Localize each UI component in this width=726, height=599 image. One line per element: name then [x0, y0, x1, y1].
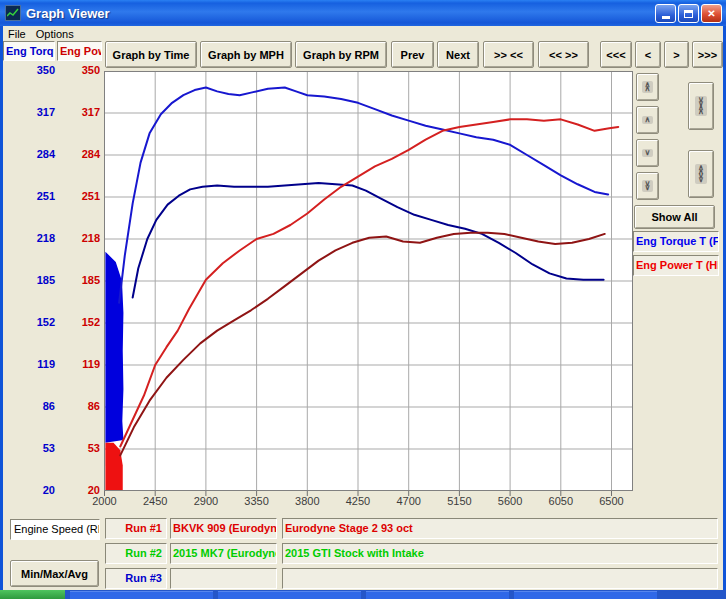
down-chevron-icon: ∨ — [642, 149, 654, 157]
chevrons-outward-icon: ∧ ∧ ∨ ∨ — [695, 164, 707, 184]
taskbar-item[interactable] — [514, 591, 657, 599]
maximize-icon[interactable] — [678, 4, 699, 23]
menu-options[interactable]: Options — [36, 28, 74, 40]
graph-by-rpm-button[interactable]: Graph by RPM — [295, 41, 387, 68]
y-tick-power: 218 — [63, 232, 100, 244]
minimize-icon[interactable] — [655, 4, 676, 23]
x-tick-rpm: 3350 — [235, 495, 279, 507]
x-tick-rpm: 2450 — [133, 495, 177, 507]
taskbar-item[interactable] — [366, 591, 509, 599]
x-tick-rpm: 2000 — [83, 495, 127, 507]
y-tick-power: 284 — [63, 148, 100, 160]
title-bar[interactable]: Graph Viewer ✕ — [0, 0, 726, 26]
x-tick-rpm: 5600 — [488, 495, 532, 507]
graph-by-time-button[interactable]: Graph by Time — [105, 41, 197, 68]
run3-label: Run #3 — [105, 568, 167, 589]
y-axis-power-label: Eng Power — [57, 41, 102, 61]
prev-button[interactable]: Prev — [391, 41, 434, 68]
scroll-up-fast-button[interactable]: ∧ ∧ — [636, 73, 659, 101]
menu-file[interactable]: File — [8, 28, 26, 40]
y-tick-power: 86 — [63, 400, 100, 412]
y-axis-torque-label: Eng Torque — [3, 41, 55, 61]
y-tick-torque: 284 — [18, 148, 55, 160]
y-tick-torque: 86 — [18, 400, 55, 412]
zoom-out-vertical-button[interactable]: ∧ ∧ ∨ ∨ — [688, 150, 714, 198]
y-tick-torque: 251 — [18, 190, 55, 202]
scroll-up-button[interactable]: ∧ — [636, 106, 659, 134]
y-tick-power: 317 — [63, 106, 100, 118]
x-tick-rpm: 4700 — [387, 495, 431, 507]
y-tick-torque: 119 — [18, 358, 55, 370]
dyno-chart — [104, 71, 633, 496]
run2-name-field[interactable]: 2015 MK7 (Eurodyne, E — [170, 543, 277, 564]
double-down-chevron-icon: ∨ ∨ — [642, 180, 654, 192]
x-tick-rpm: 4250 — [336, 495, 380, 507]
run1-label: Run #1 — [105, 518, 167, 539]
run3-desc-field[interactable] — [282, 568, 718, 589]
close-icon[interactable]: ✕ — [701, 4, 722, 23]
app-icon — [5, 5, 21, 21]
scroll-left-fast-button[interactable]: <<< — [600, 41, 632, 68]
run2-label: Run #2 — [105, 543, 167, 564]
double-up-chevron-icon: ∧ ∧ — [642, 81, 654, 93]
scroll-right-fast-button[interactable]: >>> — [692, 41, 723, 68]
up-chevron-icon: ∧ — [642, 116, 654, 124]
y-tick-power: 185 — [63, 274, 100, 286]
zoom-in-vertical-button[interactable]: ∨ ∨ ∧ ∧ — [688, 82, 714, 130]
chevrons-inward-icon: ∨ ∨ ∧ ∧ — [695, 96, 707, 116]
taskbar-item[interactable] — [70, 591, 213, 599]
x-tick-rpm: 2900 — [184, 495, 228, 507]
y-tick-power: 53 — [63, 442, 100, 454]
window-title: Graph Viewer — [26, 6, 110, 21]
run1-name-field[interactable]: BKVK 909 (Eurodyne, I — [170, 518, 277, 539]
shift-out-button[interactable]: << >> — [538, 41, 589, 68]
y-tick-power: 251 — [63, 190, 100, 202]
y-tick-torque: 53 — [18, 442, 55, 454]
scroll-down-button[interactable]: ∨ — [636, 139, 659, 167]
run2-desc-field[interactable]: 2015 GTI Stock with Intake — [282, 543, 718, 564]
x-tick-rpm: 5150 — [437, 495, 481, 507]
graph-by-mph-button[interactable]: Graph by MPH — [200, 41, 292, 68]
next-button[interactable]: Next — [437, 41, 479, 68]
shift-in-button[interactable]: >> << — [483, 41, 534, 68]
min-max-avg-button[interactable]: Min/Max/Avg — [10, 560, 99, 587]
legend-power: Eng Power T (HP) — [633, 255, 719, 276]
y-tick-torque: 317 — [18, 106, 55, 118]
x-tick-rpm: 3800 — [285, 495, 329, 507]
scroll-right-button[interactable]: > — [664, 41, 689, 68]
scroll-down-fast-button[interactable]: ∨ ∨ — [636, 172, 659, 200]
start-button[interactable] — [0, 590, 65, 599]
window-border-left — [0, 26, 3, 590]
x-axis-name-box: Engine Speed (RPM) — [10, 519, 100, 540]
y-tick-torque: 20 — [18, 484, 55, 496]
y-tick-power: 350 — [63, 64, 100, 76]
y-tick-torque: 152 — [18, 316, 55, 328]
run1-desc-field[interactable]: Eurodyne Stage 2 93 oct — [282, 518, 718, 539]
x-tick-rpm: 6500 — [590, 495, 634, 507]
y-tick-torque: 218 — [18, 232, 55, 244]
y-tick-torque: 185 — [18, 274, 55, 286]
show-all-button[interactable]: Show All — [634, 205, 715, 229]
x-tick-rpm: 6050 — [539, 495, 583, 507]
y-tick-power: 152 — [63, 316, 100, 328]
menu-bar: File Options — [3, 26, 723, 41]
run3-name-field[interactable] — [170, 568, 277, 589]
scroll-left-button[interactable]: < — [635, 41, 661, 68]
taskbar-item[interactable] — [218, 591, 361, 599]
y-tick-torque: 350 — [18, 64, 55, 76]
y-tick-power: 119 — [63, 358, 100, 370]
legend-torque: Eng Torque T (Ft-lb) — [633, 231, 719, 252]
